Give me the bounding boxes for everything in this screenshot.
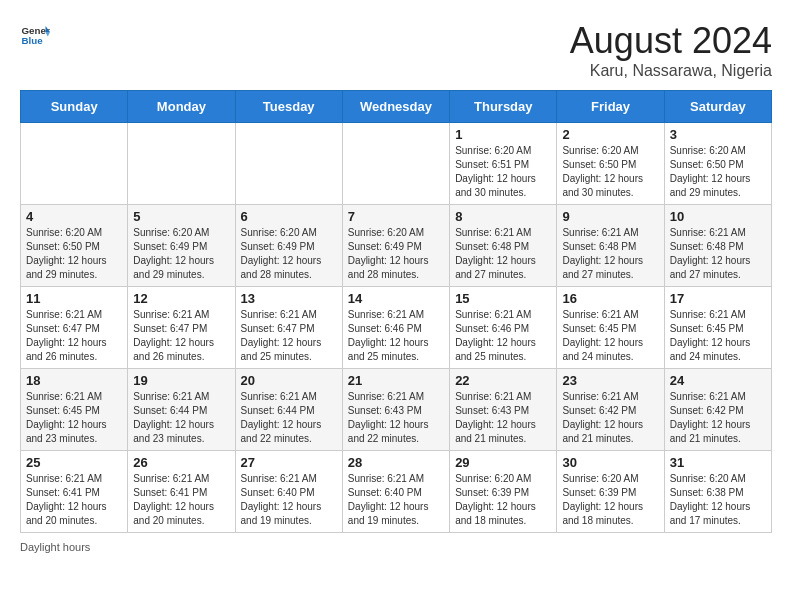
day-info: Sunrise: 6:20 AM Sunset: 6:39 PM Dayligh… — [455, 472, 551, 528]
calendar-day-cell: 9Sunrise: 6:21 AM Sunset: 6:48 PM Daylig… — [557, 205, 664, 287]
calendar-day-cell — [342, 123, 449, 205]
day-info: Sunrise: 6:20 AM Sunset: 6:49 PM Dayligh… — [348, 226, 444, 282]
calendar-day-cell: 1Sunrise: 6:20 AM Sunset: 6:51 PM Daylig… — [450, 123, 557, 205]
day-number: 21 — [348, 373, 444, 388]
day-number: 22 — [455, 373, 551, 388]
day-info: Sunrise: 6:20 AM Sunset: 6:51 PM Dayligh… — [455, 144, 551, 200]
calendar-day-cell: 24Sunrise: 6:21 AM Sunset: 6:42 PM Dayli… — [664, 369, 771, 451]
day-info: Sunrise: 6:21 AM Sunset: 6:45 PM Dayligh… — [26, 390, 122, 446]
calendar-day-cell: 30Sunrise: 6:20 AM Sunset: 6:39 PM Dayli… — [557, 451, 664, 533]
weekday-header: SundayMondayTuesdayWednesdayThursdayFrid… — [21, 91, 772, 123]
day-info: Sunrise: 6:20 AM Sunset: 6:50 PM Dayligh… — [562, 144, 658, 200]
day-info: Sunrise: 6:21 AM Sunset: 6:47 PM Dayligh… — [26, 308, 122, 364]
calendar-day-cell: 2Sunrise: 6:20 AM Sunset: 6:50 PM Daylig… — [557, 123, 664, 205]
day-number: 25 — [26, 455, 122, 470]
day-number: 2 — [562, 127, 658, 142]
day-info: Sunrise: 6:21 AM Sunset: 6:48 PM Dayligh… — [670, 226, 766, 282]
calendar-week-row: 25Sunrise: 6:21 AM Sunset: 6:41 PM Dayli… — [21, 451, 772, 533]
calendar-day-cell: 23Sunrise: 6:21 AM Sunset: 6:42 PM Dayli… — [557, 369, 664, 451]
logo: General Blue — [20, 20, 50, 50]
calendar: SundayMondayTuesdayWednesdayThursdayFrid… — [20, 90, 772, 533]
calendar-day-cell: 17Sunrise: 6:21 AM Sunset: 6:45 PM Dayli… — [664, 287, 771, 369]
footer-note: Daylight hours — [20, 541, 772, 553]
day-info: Sunrise: 6:21 AM Sunset: 6:45 PM Dayligh… — [562, 308, 658, 364]
calendar-day-cell: 13Sunrise: 6:21 AM Sunset: 6:47 PM Dayli… — [235, 287, 342, 369]
day-number: 1 — [455, 127, 551, 142]
day-info: Sunrise: 6:20 AM Sunset: 6:39 PM Dayligh… — [562, 472, 658, 528]
calendar-day-cell: 25Sunrise: 6:21 AM Sunset: 6:41 PM Dayli… — [21, 451, 128, 533]
day-number: 31 — [670, 455, 766, 470]
calendar-day-cell — [21, 123, 128, 205]
calendar-day-cell: 15Sunrise: 6:21 AM Sunset: 6:46 PM Dayli… — [450, 287, 557, 369]
logo-icon: General Blue — [20, 20, 50, 50]
weekday-header-cell: Thursday — [450, 91, 557, 123]
calendar-day-cell: 10Sunrise: 6:21 AM Sunset: 6:48 PM Dayli… — [664, 205, 771, 287]
day-number: 26 — [133, 455, 229, 470]
weekday-header-cell: Tuesday — [235, 91, 342, 123]
calendar-day-cell: 3Sunrise: 6:20 AM Sunset: 6:50 PM Daylig… — [664, 123, 771, 205]
day-number: 24 — [670, 373, 766, 388]
day-info: Sunrise: 6:21 AM Sunset: 6:42 PM Dayligh… — [562, 390, 658, 446]
day-number: 9 — [562, 209, 658, 224]
calendar-day-cell: 31Sunrise: 6:20 AM Sunset: 6:38 PM Dayli… — [664, 451, 771, 533]
day-number: 27 — [241, 455, 337, 470]
day-info: Sunrise: 6:21 AM Sunset: 6:43 PM Dayligh… — [455, 390, 551, 446]
day-info: Sunrise: 6:21 AM Sunset: 6:40 PM Dayligh… — [241, 472, 337, 528]
day-number: 30 — [562, 455, 658, 470]
calendar-day-cell: 29Sunrise: 6:20 AM Sunset: 6:39 PM Dayli… — [450, 451, 557, 533]
calendar-day-cell: 4Sunrise: 6:20 AM Sunset: 6:50 PM Daylig… — [21, 205, 128, 287]
day-number: 20 — [241, 373, 337, 388]
day-number: 13 — [241, 291, 337, 306]
day-number: 12 — [133, 291, 229, 306]
day-number: 5 — [133, 209, 229, 224]
calendar-day-cell: 20Sunrise: 6:21 AM Sunset: 6:44 PM Dayli… — [235, 369, 342, 451]
calendar-day-cell: 8Sunrise: 6:21 AM Sunset: 6:48 PM Daylig… — [450, 205, 557, 287]
header: General Blue August 2024 Karu, Nassarawa… — [20, 20, 772, 80]
day-number: 11 — [26, 291, 122, 306]
title-area: August 2024 Karu, Nassarawa, Nigeria — [570, 20, 772, 80]
day-info: Sunrise: 6:21 AM Sunset: 6:41 PM Dayligh… — [133, 472, 229, 528]
day-info: Sunrise: 6:21 AM Sunset: 6:48 PM Dayligh… — [562, 226, 658, 282]
day-number: 16 — [562, 291, 658, 306]
calendar-week-row: 4Sunrise: 6:20 AM Sunset: 6:50 PM Daylig… — [21, 205, 772, 287]
calendar-week-row: 11Sunrise: 6:21 AM Sunset: 6:47 PM Dayli… — [21, 287, 772, 369]
day-number: 29 — [455, 455, 551, 470]
calendar-day-cell: 7Sunrise: 6:20 AM Sunset: 6:49 PM Daylig… — [342, 205, 449, 287]
day-info: Sunrise: 6:21 AM Sunset: 6:46 PM Dayligh… — [348, 308, 444, 364]
calendar-week-row: 18Sunrise: 6:21 AM Sunset: 6:45 PM Dayli… — [21, 369, 772, 451]
day-info: Sunrise: 6:21 AM Sunset: 6:47 PM Dayligh… — [241, 308, 337, 364]
calendar-day-cell: 12Sunrise: 6:21 AM Sunset: 6:47 PM Dayli… — [128, 287, 235, 369]
calendar-day-cell: 27Sunrise: 6:21 AM Sunset: 6:40 PM Dayli… — [235, 451, 342, 533]
calendar-day-cell: 28Sunrise: 6:21 AM Sunset: 6:40 PM Dayli… — [342, 451, 449, 533]
day-number: 4 — [26, 209, 122, 224]
day-info: Sunrise: 6:21 AM Sunset: 6:41 PM Dayligh… — [26, 472, 122, 528]
day-number: 15 — [455, 291, 551, 306]
day-info: Sunrise: 6:20 AM Sunset: 6:50 PM Dayligh… — [670, 144, 766, 200]
day-number: 23 — [562, 373, 658, 388]
day-number: 14 — [348, 291, 444, 306]
svg-text:Blue: Blue — [22, 35, 44, 46]
main-title: August 2024 — [570, 20, 772, 62]
day-number: 8 — [455, 209, 551, 224]
day-info: Sunrise: 6:21 AM Sunset: 6:47 PM Dayligh… — [133, 308, 229, 364]
calendar-day-cell — [235, 123, 342, 205]
day-info: Sunrise: 6:20 AM Sunset: 6:38 PM Dayligh… — [670, 472, 766, 528]
calendar-week-row: 1Sunrise: 6:20 AM Sunset: 6:51 PM Daylig… — [21, 123, 772, 205]
calendar-day-cell: 16Sunrise: 6:21 AM Sunset: 6:45 PM Dayli… — [557, 287, 664, 369]
day-number: 7 — [348, 209, 444, 224]
day-number: 3 — [670, 127, 766, 142]
calendar-day-cell: 21Sunrise: 6:21 AM Sunset: 6:43 PM Dayli… — [342, 369, 449, 451]
day-info: Sunrise: 6:21 AM Sunset: 6:45 PM Dayligh… — [670, 308, 766, 364]
day-info: Sunrise: 6:21 AM Sunset: 6:44 PM Dayligh… — [133, 390, 229, 446]
day-info: Sunrise: 6:21 AM Sunset: 6:40 PM Dayligh… — [348, 472, 444, 528]
day-info: Sunrise: 6:21 AM Sunset: 6:48 PM Dayligh… — [455, 226, 551, 282]
weekday-header-cell: Saturday — [664, 91, 771, 123]
weekday-header-cell: Sunday — [21, 91, 128, 123]
day-info: Sunrise: 6:21 AM Sunset: 6:43 PM Dayligh… — [348, 390, 444, 446]
day-info: Sunrise: 6:21 AM Sunset: 6:42 PM Dayligh… — [670, 390, 766, 446]
day-info: Sunrise: 6:20 AM Sunset: 6:49 PM Dayligh… — [133, 226, 229, 282]
weekday-header-cell: Wednesday — [342, 91, 449, 123]
day-number: 17 — [670, 291, 766, 306]
day-number: 10 — [670, 209, 766, 224]
weekday-header-cell: Friday — [557, 91, 664, 123]
